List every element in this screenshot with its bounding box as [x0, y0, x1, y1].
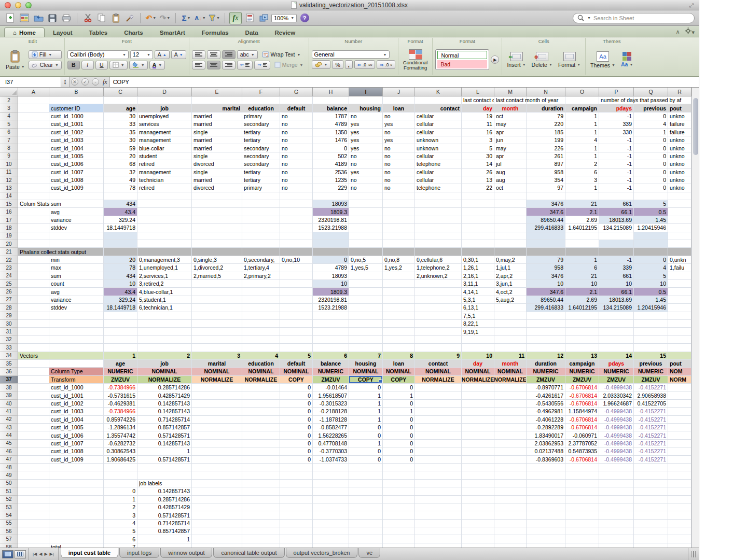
- cell-O21[interactable]: [565, 248, 599, 256]
- cell-H32[interactable]: [313, 336, 349, 344]
- cell-P41[interactable]: -0.4999438: [599, 408, 634, 415]
- cell-H6[interactable]: 1350: [313, 129, 349, 136]
- cell-D34[interactable]: 2: [137, 352, 192, 360]
- cell-P32[interactable]: [599, 336, 634, 344]
- column-header-B[interactable]: B: [49, 88, 104, 96]
- cell-K16[interactable]: [415, 208, 462, 216]
- cell-P10[interactable]: -1: [599, 160, 634, 168]
- cell-M58[interactable]: [494, 543, 527, 548]
- cell-R32[interactable]: [668, 336, 691, 344]
- cell-K3[interactable]: contact: [415, 104, 462, 112]
- cell-I39[interactable]: 1: [349, 391, 383, 399]
- cell-A43[interactable]: [18, 424, 49, 431]
- cell-H29[interactable]: [313, 312, 349, 320]
- cell-O7[interactable]: 4: [565, 136, 599, 144]
- cell-H38[interactable]: -0.01464: [313, 384, 349, 391]
- cell-J48[interactable]: [383, 464, 415, 471]
- cell-G40[interactable]: 0: [280, 400, 313, 408]
- cell-A23[interactable]: [18, 264, 49, 272]
- cell-B25[interactable]: count: [49, 280, 104, 288]
- cell-Q27[interactable]: 1.45: [634, 296, 668, 304]
- cell-H16[interactable]: 1809.3: [313, 208, 349, 216]
- cell-A30[interactable]: [18, 320, 49, 328]
- cell-Q24[interactable]: 5: [634, 272, 668, 280]
- cell-B41[interactable]: cust_id_1003: [49, 408, 104, 415]
- cell-N16[interactable]: 347.6: [527, 208, 565, 216]
- cell-E39[interactable]: [192, 391, 242, 399]
- cell-G27[interactable]: [280, 296, 313, 304]
- cell-J41[interactable]: 1: [383, 408, 415, 415]
- cell-C53[interactable]: 2: [104, 503, 137, 511]
- cell-E30[interactable]: [192, 320, 242, 328]
- column-header-G[interactable]: G: [280, 88, 313, 96]
- cell-C56[interactable]: 5: [104, 527, 137, 535]
- cell-O47[interactable]: -0.6706814: [565, 456, 599, 464]
- cell-I23[interactable]: 1,yes,5: [349, 264, 383, 272]
- cell-M50[interactable]: [494, 480, 527, 487]
- cell-E54[interactable]: [192, 511, 242, 519]
- row-header-24[interactable]: 24: [0, 272, 18, 280]
- cell-L12[interactable]: 13: [462, 176, 494, 184]
- cell-I25[interactable]: [349, 280, 383, 288]
- cell-L40[interactable]: [462, 400, 494, 408]
- cell-B13[interactable]: cust_id_1009: [49, 184, 104, 192]
- cell-P6[interactable]: 330: [599, 129, 634, 136]
- cell-H31[interactable]: [313, 328, 349, 335]
- cell-N6[interactable]: 185: [527, 129, 565, 136]
- cell-F24[interactable]: 2,primary,2: [242, 272, 280, 280]
- cell-G41[interactable]: 0: [280, 408, 313, 415]
- cell-L10[interactable]: 14: [462, 160, 494, 168]
- cell-D5[interactable]: services: [137, 120, 192, 128]
- cell-E10[interactable]: divorced: [192, 160, 242, 168]
- cell-O27[interactable]: 2.69: [565, 296, 599, 304]
- cell-P37[interactable]: ZMZUV: [599, 376, 634, 384]
- cell-F19[interactable]: [242, 232, 280, 240]
- cell-L22[interactable]: 0,30,1: [462, 256, 494, 264]
- paste-icon[interactable]: [109, 12, 122, 24]
- cell-I44[interactable]: 0: [349, 431, 383, 439]
- cell-I9[interactable]: no: [349, 152, 383, 160]
- cell-R29[interactable]: [668, 312, 691, 320]
- cell-Q20[interactable]: [634, 240, 668, 248]
- cell-D16[interactable]: [137, 208, 192, 216]
- cell-style-normal[interactable]: Normal: [437, 51, 487, 59]
- cell-H41[interactable]: -0.2188128: [313, 408, 349, 415]
- cell-J20[interactable]: [383, 240, 415, 248]
- cell-F29[interactable]: [242, 312, 280, 320]
- cell-D57[interactable]: 1: [137, 535, 192, 543]
- cell-F45[interactable]: [242, 440, 280, 447]
- row-header-22[interactable]: 22: [0, 256, 18, 264]
- cell-O34[interactable]: 13: [565, 352, 599, 360]
- cell-M14[interactable]: [494, 192, 527, 200]
- cell-R15[interactable]: [668, 200, 691, 208]
- cell-A8[interactable]: [18, 144, 49, 152]
- cell-J16[interactable]: [383, 208, 415, 216]
- cell-L39[interactable]: [462, 391, 494, 399]
- cell-O11[interactable]: 6: [565, 169, 599, 176]
- cell-B49[interactable]: [49, 471, 104, 479]
- sheet-tab-ve[interactable]: ve: [358, 548, 380, 558]
- cell-K22[interactable]: 0,cellular,6: [415, 256, 462, 264]
- cell-H51[interactable]: [313, 487, 349, 495]
- cell-O15[interactable]: 21: [565, 200, 599, 208]
- cell-O8[interactable]: 1: [565, 144, 599, 152]
- delete-cells-button[interactable]: ⊗ Delete▼: [530, 52, 555, 68]
- cell-D20[interactable]: [137, 240, 192, 248]
- cell-F23[interactable]: 1,tertiary,4: [242, 264, 280, 272]
- cell-K9[interactable]: cellular: [415, 152, 462, 160]
- cell-M44[interactable]: [494, 431, 527, 439]
- cell-L18[interactable]: [462, 224, 494, 232]
- page-layout-view-button[interactable]: [15, 550, 26, 558]
- sheet-tab-output-vectors_broken[interactable]: output vectors_broken: [286, 548, 358, 558]
- cell-F28[interactable]: [242, 304, 280, 312]
- cell-E11[interactable]: single: [192, 169, 242, 176]
- cell-C5[interactable]: 33: [104, 120, 137, 128]
- cell-L20[interactable]: [462, 240, 494, 248]
- cell-E29[interactable]: [192, 312, 242, 320]
- cell-Q12[interactable]: 0: [634, 176, 668, 184]
- cell-G43[interactable]: 0: [280, 424, 313, 431]
- row-header-12[interactable]: 12: [0, 176, 18, 184]
- cell-K10[interactable]: telephone: [415, 160, 462, 168]
- cell-D55[interactable]: 0.714285714: [137, 520, 192, 527]
- cell-H57[interactable]: [313, 535, 349, 543]
